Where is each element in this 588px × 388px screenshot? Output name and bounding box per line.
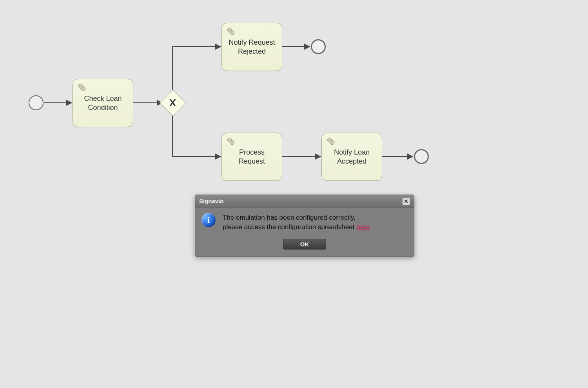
task-label: Check Loan Condition [78, 94, 129, 112]
task-check-loan-condition[interactable]: Check Loan Condition [73, 79, 133, 127]
gateway-marker: X [169, 97, 176, 109]
task-notify-request-rejected[interactable]: Notify Request Rejected [221, 23, 282, 71]
end-event-accepted[interactable] [414, 149, 429, 164]
task-process-request[interactable]: Process Request [221, 133, 282, 181]
diagram-canvas[interactable]: Check Loan Condition X Notify Request Re… [0, 0, 543, 348]
service-task-icon [226, 136, 236, 149]
task-label: Notify Loan Accepted [327, 148, 377, 166]
exclusive-gateway[interactable]: X [160, 89, 186, 116]
svg-point-8 [230, 31, 234, 35]
dialog-title: Signavio [199, 198, 224, 204]
svg-point-6 [81, 87, 85, 91]
task-notify-loan-accepted[interactable]: Notify Loan Accepted [321, 133, 382, 181]
dialog-body: i The emulation has been configured corr… [195, 208, 414, 236]
config-spreadsheet-link[interactable]: here [356, 223, 370, 231]
svg-point-12 [330, 140, 334, 145]
close-button[interactable]: ✕ [402, 197, 410, 205]
task-label: Notify Request Rejected [227, 38, 278, 56]
dialog-footer: OK [195, 236, 414, 257]
start-event[interactable] [29, 95, 44, 110]
task-label: Process Request [227, 148, 278, 166]
info-icon: i [201, 213, 216, 227]
service-task-icon [77, 82, 87, 95]
dialog-message-line2: please access the configuration spreadsh… [223, 223, 356, 231]
end-event-rejected[interactable] [311, 39, 326, 54]
svg-point-10 [230, 140, 234, 145]
dialog-message: The emulation has been configured correc… [223, 213, 370, 232]
service-task-icon [326, 136, 336, 149]
dialog-titlebar[interactable]: Signavio ✕ [195, 195, 414, 208]
ok-button[interactable]: OK [283, 239, 326, 250]
service-task-icon [226, 26, 236, 39]
dialog-signavio: Signavio ✕ i The emulation has been conf… [195, 195, 414, 257]
dialog-message-line1: The emulation has been configured correc… [223, 214, 356, 221]
close-icon: ✕ [404, 199, 408, 204]
